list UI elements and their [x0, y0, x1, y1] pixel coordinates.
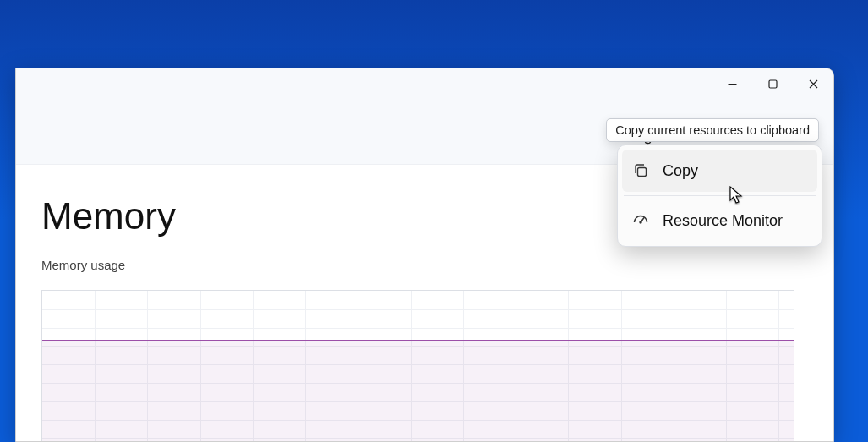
minimize-icon	[728, 79, 737, 89]
memory-plot-area	[42, 340, 794, 442]
svg-point-10	[640, 221, 641, 223]
svg-rect-8	[638, 168, 647, 177]
titlebar	[16, 68, 833, 109]
menu-separator	[624, 195, 816, 196]
chart-label: Memory usage	[41, 258, 833, 272]
svg-rect-1	[769, 80, 777, 88]
copy-icon	[632, 162, 649, 179]
close-icon	[809, 79, 818, 89]
menu-item-label: Resource Monitor	[663, 212, 783, 230]
memory-chart	[41, 290, 794, 442]
minimize-button[interactable]	[712, 68, 752, 99]
maximize-button[interactable]	[752, 68, 793, 99]
maximize-icon	[768, 79, 778, 89]
close-button[interactable]	[793, 68, 833, 99]
menu-item-resource-monitor[interactable]: Resource Monitor	[622, 199, 817, 242]
gauge-icon	[632, 212, 649, 229]
menu-item-label: Copy	[663, 162, 698, 180]
more-menu: Copy Resource Monitor	[617, 145, 822, 247]
window-controls	[712, 68, 833, 99]
menu-item-copy[interactable]: Copy	[622, 150, 817, 192]
tooltip: Copy current resources to clipboard	[606, 118, 819, 142]
